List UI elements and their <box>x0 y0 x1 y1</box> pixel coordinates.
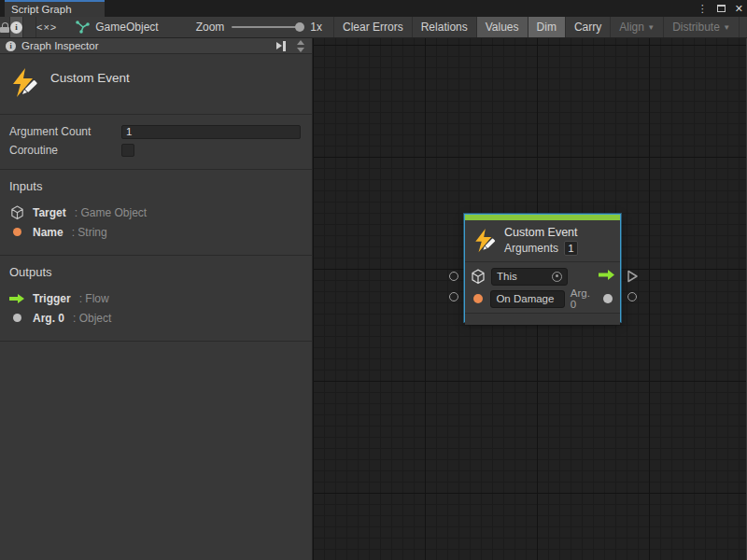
event-name-value: On Damage <box>496 293 554 304</box>
port-name: Target <box>33 206 66 219</box>
values-label: Values <box>486 21 519 34</box>
custom-event-node[interactable]: Custom Event Arguments 1 This <box>464 214 621 322</box>
lock-button[interactable] <box>0 17 10 37</box>
node-row-name: On Damage Arg. 0 <box>471 287 614 310</box>
input-port-row: Name : String <box>9 222 303 242</box>
target-field-value: This <box>497 271 517 282</box>
node-output-port-trigger[interactable] <box>627 270 639 283</box>
overview-button[interactable]: Overv <box>740 17 747 37</box>
window-controls: ⋮ ✕ <box>698 0 743 17</box>
port-name: Arg. 0 <box>33 312 64 325</box>
align-label: Align <box>619 21 644 34</box>
string-port-icon <box>471 294 485 303</box>
code-icon: <×> <box>36 21 57 33</box>
node-row-target: This <box>471 265 614 287</box>
lock-icon <box>0 22 9 33</box>
scroll-up-icon[interactable] <box>297 40 304 45</box>
object-port-icon <box>9 314 24 322</box>
flow-arrow-icon <box>9 294 24 303</box>
window-menu-icon[interactable]: ⋮ <box>698 4 708 14</box>
coroutine-label: Coroutine <box>9 144 121 157</box>
port-type: : Object <box>73 312 111 325</box>
relations-label: Relations <box>421 21 468 34</box>
zoom-slider-handle[interactable] <box>295 22 304 32</box>
output-port-row: Arg. 0 : Object <box>9 308 303 328</box>
toolbar-spacer <box>23 17 36 37</box>
distribute-button[interactable]: Distribute ▼ <box>664 17 740 37</box>
zoom-slider[interactable] <box>232 26 303 28</box>
dock-panel-icon[interactable] <box>276 41 286 51</box>
distribute-label: Distribute <box>672 21 720 34</box>
node-header[interactable]: Custom Event Arguments 1 <box>465 220 620 262</box>
port-type: : String <box>72 226 107 239</box>
node-input-port-name[interactable] <box>449 292 458 301</box>
relations-button[interactable]: Relations <box>413 17 477 37</box>
event-name-field[interactable]: On Damage <box>490 290 564 308</box>
node-footer <box>465 313 620 325</box>
zoom-value: 1x <box>310 21 322 34</box>
scroll-down-icon[interactable] <box>297 48 304 52</box>
close-icon[interactable]: ✕ <box>735 4 743 14</box>
input-port-row: Target : Game Object <box>9 203 303 222</box>
tab-bar: Script Graph ⋮ ✕ <box>0 0 747 17</box>
maximize-icon[interactable] <box>717 5 726 12</box>
values-button[interactable]: Values <box>477 17 529 37</box>
node-output-port-arg0[interactable] <box>627 292 637 301</box>
arg0-port-label: Arg. 0 <box>571 287 599 310</box>
carry-label: Carry <box>574 21 601 34</box>
unit-fields: Argument Count Coroutine <box>0 115 312 170</box>
arg0-port-icon[interactable] <box>603 294 613 303</box>
target-field[interactable]: This <box>491 268 568 286</box>
info-icon: i <box>6 41 16 51</box>
port-type: : Game Object <box>75 206 147 219</box>
chevron-down-icon: ▼ <box>647 23 655 32</box>
argument-count-label: Argument Count <box>9 125 121 138</box>
align-button[interactable]: Align ▼ <box>611 17 664 37</box>
gameobject-cube-icon <box>9 205 24 220</box>
gameobject-cube-icon <box>471 269 486 285</box>
coroutine-checkbox[interactable] <box>121 144 134 157</box>
info-icon: i <box>10 21 22 34</box>
arguments-label: Arguments <box>504 242 558 255</box>
graph-inspector-panel: i Graph Inspector Custom Event Argument <box>0 38 313 560</box>
node-input-port-target[interactable] <box>449 272 458 281</box>
clear-errors-label: Clear Errors <box>343 21 403 34</box>
edit-graph-button[interactable]: <×> <box>36 17 57 37</box>
unit-header: Custom Event <box>0 54 312 115</box>
output-port-row: Trigger : Flow <box>9 288 303 308</box>
content-area: i Graph Inspector Custom Event Argument <box>0 38 747 560</box>
custom-event-icon <box>9 67 39 99</box>
node-ports: This On Damage Arg. 0 <box>465 262 620 313</box>
zoom-label: Zoom <box>196 21 225 34</box>
flow-arrow-icon <box>599 270 614 283</box>
arguments-count-field[interactable]: 1 <box>564 241 578 256</box>
coroutine-row: Coroutine <box>9 141 301 160</box>
tab-label: Script Graph <box>11 4 72 15</box>
port-name: Name <box>33 226 63 239</box>
panel-scroll-spinner[interactable] <box>297 40 306 52</box>
graph-canvas[interactable]: Custom Event Arguments 1 This <box>313 38 746 560</box>
gameobject-label: GameObject <box>95 21 158 34</box>
carry-button[interactable]: Carry <box>566 17 611 37</box>
zoom-control: Zoom 1x <box>172 17 334 37</box>
unit-title: Custom Event <box>50 67 130 85</box>
object-picker-icon[interactable] <box>552 272 562 282</box>
dim-label: Dim <box>537 21 557 34</box>
inspector-toggle-button[interactable]: i <box>10 17 23 37</box>
graph-owner[interactable]: GameObject <box>57 17 171 37</box>
custom-event-icon <box>472 228 497 254</box>
node-title: Custom Event <box>504 226 578 239</box>
dim-button[interactable]: Dim <box>529 17 566 37</box>
inputs-section: Inputs Target : Game Object Name : Strin… <box>0 170 312 256</box>
graph-inspector-title: Graph Inspector <box>21 40 271 51</box>
string-port-icon <box>9 228 24 236</box>
tab-script-graph[interactable]: Script Graph <box>5 0 105 17</box>
node-header-text: Custom Event Arguments 1 <box>504 226 578 256</box>
argument-count-input[interactable] <box>121 125 301 139</box>
clear-errors-button[interactable]: Clear Errors <box>334 17 413 37</box>
graph-inspector-header: i Graph Inspector <box>0 38 312 54</box>
script-graph-window: Script Graph ⋮ ✕ i <×> GameObjec <box>0 0 747 560</box>
node-arguments-row: Arguments 1 <box>504 241 578 256</box>
inputs-title: Inputs <box>9 179 303 193</box>
argument-count-row: Argument Count <box>9 122 301 141</box>
